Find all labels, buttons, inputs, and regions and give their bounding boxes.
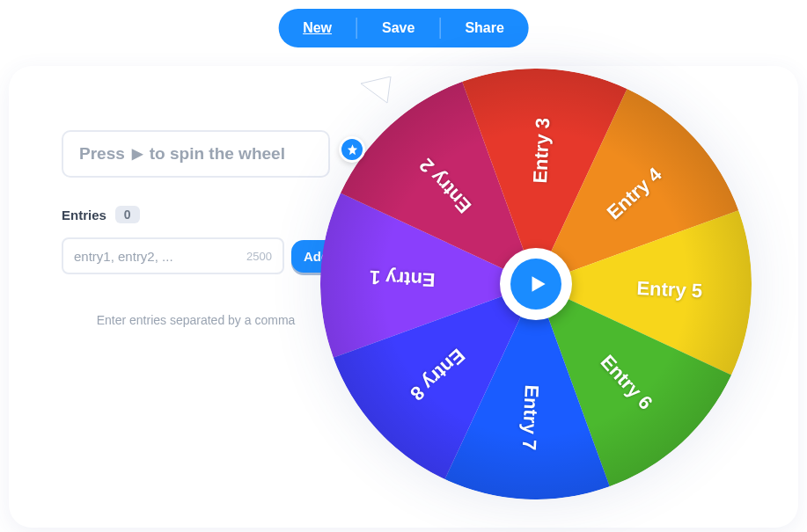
wheel[interactable]: Entry 1Entry 2Entry 3Entry 4Entry 5Entry… <box>320 69 752 499</box>
top-toolbar: New Save Share <box>278 9 529 47</box>
entries-header: Entries 0 <box>62 206 330 223</box>
save-button[interactable]: Save <box>357 9 439 47</box>
svg-marker-0 <box>361 77 391 103</box>
wheel-pointer-icon <box>361 77 394 106</box>
entries-input[interactable] <box>74 249 241 264</box>
play-icon: ▶ <box>132 147 143 161</box>
helper-text: Enter entries separated by a comma <box>62 313 330 327</box>
hint-prefix: Press <box>79 144 125 164</box>
wheel-segment-label: Entry 1 <box>369 266 436 291</box>
entries-limit: 2500 <box>246 250 272 263</box>
new-button[interactable]: New <box>278 9 356 47</box>
play-icon <box>526 273 549 295</box>
wheel-segment-label: Entry 7 <box>517 384 543 451</box>
hint-suffix: to spin the wheel <box>150 144 285 164</box>
wheel-segment-label: Entry 5 <box>636 277 703 302</box>
controls-panel: Press ▶ to spin the wheel Entries 0 2500… <box>62 130 330 339</box>
spin-button[interactable] <box>500 248 572 320</box>
entries-section: Entries 0 2500 Add Enter entries separat… <box>62 193 330 339</box>
share-button[interactable]: Share <box>440 9 528 47</box>
bookmark-button[interactable] <box>339 136 365 163</box>
spin-hint: Press ▶ to spin the wheel <box>62 130 330 178</box>
entries-label: Entries <box>62 208 106 222</box>
entries-count: 0 <box>115 206 140 223</box>
wheel-segment-label: Entry 3 <box>529 117 554 184</box>
star-icon <box>346 143 359 157</box>
entries-input-wrap: 2500 <box>62 237 284 274</box>
